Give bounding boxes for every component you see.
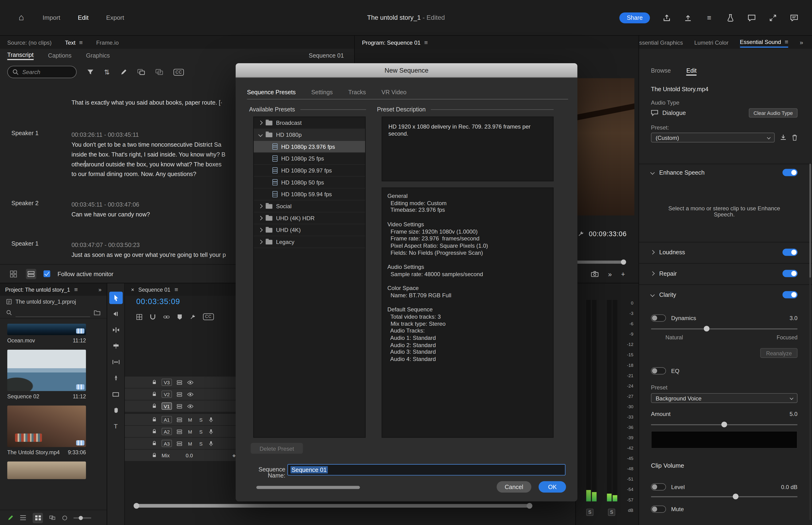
track-lock-icon[interactable] [152, 453, 157, 458]
tab-tracks[interactable]: Tracks [348, 89, 366, 95]
track-record-icon[interactable] [209, 441, 213, 446]
track-mute-button[interactable]: M [187, 429, 193, 434]
panel-menu-icon[interactable]: ≡ [424, 39, 428, 46]
filter-icon[interactable] [87, 69, 94, 75]
track-mute-button[interactable]: M [187, 417, 193, 422]
track-name[interactable]: A2 [162, 428, 172, 435]
track-solo-button[interactable]: S [198, 441, 204, 446]
new-bin-icon[interactable] [94, 310, 101, 315]
track-output-icon[interactable] [177, 404, 182, 408]
preset-tree-item[interactable]: HD 1080p [254, 129, 365, 141]
preset-tree-item[interactable]: HD 1080p 50 fps [254, 177, 365, 189]
captions-cc-icon[interactable]: CC [173, 69, 184, 75]
track-record-icon[interactable] [209, 429, 213, 434]
solo-button[interactable]: S [608, 509, 615, 516]
loudness-toggle[interactable] [782, 249, 797, 256]
track-name[interactable]: A1 [162, 416, 172, 423]
dialog-title-bar[interactable]: New Sequence [236, 63, 578, 78]
freeform-view-icon[interactable] [49, 515, 56, 521]
preset-tree-item[interactable]: UHD (4K) [254, 224, 365, 236]
solo-button[interactable]: S [586, 509, 594, 516]
workspaces-icon[interactable]: ≡ [705, 13, 714, 22]
chevron-down-icon[interactable] [258, 133, 263, 137]
track-lock-icon[interactable] [152, 380, 157, 385]
preset-tree-item[interactable]: Social [254, 200, 365, 212]
panel-scrollbar[interactable] [809, 164, 811, 520]
clarity-toggle[interactable] [782, 291, 797, 298]
chevron-right-icon[interactable] [258, 121, 263, 125]
tab-frameio[interactable]: Frame.io [96, 39, 119, 45]
more-controls-icon[interactable]: » [608, 270, 612, 278]
more-panels-icon[interactable]: » [98, 286, 102, 292]
search-input[interactable] [22, 69, 69, 75]
export-frame-camera-icon[interactable] [591, 271, 599, 277]
eq-toggle[interactable] [651, 367, 666, 375]
repair-toggle[interactable] [782, 270, 797, 277]
dynamics-slider[interactable] [651, 328, 798, 329]
fullscreen-icon[interactable] [768, 13, 777, 22]
tab-sequence-presets[interactable]: Sequence Presets [247, 89, 295, 95]
preset-tree-item[interactable]: Legacy [254, 236, 365, 248]
track-output-icon[interactable] [177, 417, 182, 422]
clip-thumbnail[interactable] [7, 324, 86, 335]
amount-slider[interactable] [651, 424, 798, 425]
track-output-icon[interactable] [177, 441, 182, 446]
snap-icon[interactable] [150, 314, 156, 320]
level-toggle[interactable] [651, 483, 666, 491]
track-lock-icon[interactable] [152, 391, 157, 397]
preset-tree-item[interactable]: UHD (4K) HDR [254, 212, 365, 224]
timeline-captions-icon[interactable]: CC [203, 313, 214, 320]
export-clip-icon[interactable] [155, 69, 163, 75]
track-name[interactable]: A3 [162, 440, 172, 447]
follow-active-monitor-checkbox[interactable] [44, 270, 50, 277]
enhance-speech-toggle[interactable] [782, 169, 797, 176]
delete-preset-icon[interactable] [792, 134, 797, 141]
menu-export[interactable]: Export [106, 14, 124, 21]
zoom-out-icon[interactable] [62, 515, 67, 520]
add-marker-icon[interactable] [177, 314, 182, 320]
track-solo-button[interactable]: S [198, 429, 204, 434]
rectangle-tool[interactable] [109, 388, 122, 401]
track-select-tool[interactable] [109, 308, 122, 320]
preset-dropdown[interactable]: (Custom) [651, 133, 775, 142]
slip-tool[interactable] [109, 356, 122, 368]
track-mute-button[interactable]: M [187, 441, 193, 446]
preset-tree-item[interactable]: HD 1080p 59.94 fps [254, 189, 365, 200]
enhance-speech-section[interactable]: Enhance Speech [651, 169, 798, 176]
tab-text[interactable]: Text≡ [65, 39, 83, 46]
track-solo-button[interactable]: S [198, 417, 204, 422]
program-timecode[interactable]: 00:09:33:06 [589, 230, 627, 238]
subtab-edit[interactable]: Edit [686, 68, 696, 75]
track-lock-icon[interactable] [152, 417, 157, 422]
project-clip[interactable] [7, 462, 99, 479]
preset-tree-item[interactable]: HD 1080p 23.976 fps [254, 141, 365, 153]
clear-audio-type-button[interactable]: Clear Audio Type [749, 108, 797, 118]
project-clip[interactable]: Ocean.mov11:12 [7, 324, 99, 344]
home-icon[interactable]: ⌂ [18, 13, 24, 23]
transcript-block-view-icon[interactable] [8, 269, 18, 279]
timeline-scrollbar[interactable] [136, 504, 530, 508]
subtab-captions[interactable]: Captions [48, 52, 72, 59]
icon-view-icon[interactable] [33, 512, 43, 523]
create-captions-icon[interactable] [137, 69, 145, 75]
panel-menu-icon[interactable]: ≡ [74, 286, 78, 293]
loudness-section[interactable]: Loudness [651, 249, 798, 256]
track-lock-icon[interactable] [152, 441, 157, 446]
project-clip[interactable]: The Untold Story.mp49:33:06 [7, 406, 99, 455]
subtab-graphics[interactable]: Graphics [86, 52, 110, 59]
clip-thumbnail[interactable] [7, 406, 86, 447]
chevron-right-icon[interactable] [258, 240, 263, 244]
razor-tool[interactable] [109, 340, 122, 352]
share-button[interactable]: Share [619, 12, 650, 23]
tab-vr-video[interactable]: VR Video [382, 89, 407, 95]
track-output-icon[interactable] [177, 429, 182, 434]
edit-transcript-icon[interactable] [120, 69, 127, 75]
close-sequence-icon[interactable]: × [131, 286, 134, 292]
pen-tool[interactable] [109, 372, 122, 385]
insert-settings-icon[interactable] [136, 314, 142, 320]
preset-tree-item[interactable]: HD 1080p 25 fps [254, 153, 365, 165]
reanalyze-button[interactable]: Reanalyze [760, 348, 797, 358]
program-settings-wrench-icon[interactable] [577, 230, 584, 237]
tab-settings[interactable]: Settings [311, 89, 333, 95]
chevron-right-icon[interactable] [258, 204, 263, 208]
